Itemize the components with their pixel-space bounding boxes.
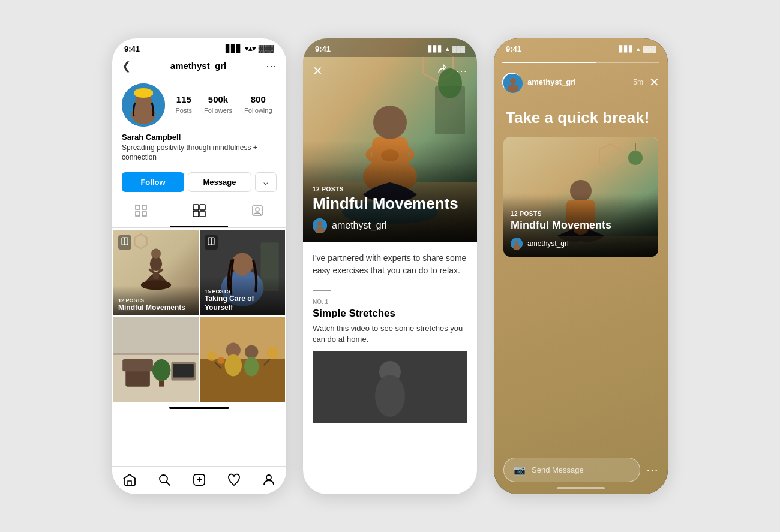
svg-rect-12 <box>200 211 205 217</box>
more-button-guide[interactable]: ⋯ <box>455 64 467 79</box>
status-icons-1: ▋▋▋ ▾▴▾ ▓▓▓ <box>226 44 274 53</box>
posts-label: Posts <box>175 107 192 114</box>
dropdown-button[interactable]: ⌵ <box>255 172 277 192</box>
action-row: Follow Message ⌵ <box>112 169 286 198</box>
story-username: amethyst_grl <box>527 77 627 86</box>
close-button-guide[interactable]: ✕ <box>313 64 323 79</box>
svg-point-36 <box>152 359 170 381</box>
story-avatar <box>502 73 521 92</box>
time-1: 9:41 <box>124 44 140 53</box>
tab-tagged[interactable] <box>228 198 286 227</box>
guide-author: amethyst_grl <box>313 218 467 233</box>
grid-item-1[interactable]: 12 POSTS Mindful Movements <box>113 230 199 315</box>
nav-heart[interactable] <box>227 473 241 491</box>
grid-item-2[interactable]: 15 POSTS Taking Care of Yourself <box>200 230 285 315</box>
guide-posts-count: 12 POSTS <box>313 186 467 193</box>
svg-rect-22 <box>125 238 128 245</box>
tab-grid[interactable] <box>112 198 170 227</box>
tab-guides[interactable] <box>170 198 229 227</box>
time-2: 9:41 <box>315 44 331 53</box>
posts-count: 115 <box>175 94 192 104</box>
guide-section-desc: Watch this video to see some stretches y… <box>303 323 477 345</box>
message-button[interactable]: Message <box>188 172 251 192</box>
guide-cover-overlay: 12 POSTS Mindful Movements amethyst_grl <box>303 162 477 242</box>
svg-rect-29 <box>211 238 214 245</box>
following-label: Following <box>244 107 272 114</box>
status-icons-2: ▋▋▋ ▴ ▓▓▓ <box>428 46 465 52</box>
home-indicator-1 <box>169 407 229 409</box>
grid-item-4[interactable] <box>200 317 285 402</box>
content-grid: 12 POSTS Mindful Movements <box>112 229 286 403</box>
avatar <box>122 83 165 127</box>
story-header: amethyst_grl 5m ✕ <box>494 68 668 97</box>
nav-profile[interactable] <box>262 473 276 491</box>
story-progress-area <box>494 57 668 63</box>
nav-search[interactable] <box>157 473 172 491</box>
story-card-author: amethyst_grl <box>527 239 569 248</box>
grid-item-3[interactable] <box>113 317 199 402</box>
guide-section-num: NO. 1 <box>303 299 477 305</box>
battery-icon-2: ▓▓▓ <box>452 46 465 52</box>
back-button[interactable]: ❮ <box>122 59 131 73</box>
posts-stat: 115 Posts <box>175 94 192 115</box>
svg-point-44 <box>244 357 259 376</box>
chevron-down-icon: ⌵ <box>263 178 268 187</box>
stats-row: 115 Posts 500k Followers 800 Following <box>171 94 277 115</box>
svg-rect-6 <box>142 205 146 209</box>
bottom-nav <box>112 466 286 494</box>
guides-icon <box>193 204 206 220</box>
svg-point-47 <box>217 357 224 364</box>
svg-rect-11 <box>193 211 199 217</box>
guide-description: I've partnered with experts to share som… <box>303 242 477 283</box>
guide-section-title: Simple Stretches <box>303 305 477 323</box>
share-button[interactable] <box>435 64 447 79</box>
guide-cover-image: ✕ ⋯ 12 POSTS Mindful Movements amethyst_… <box>303 38 477 242</box>
signal-icon-2: ▋▋▋ <box>428 46 443 52</box>
bio-text: Spreading positivity through mindfulness… <box>122 143 277 163</box>
signal-icon: ▋▋▋ <box>226 44 242 53</box>
story-card[interactable]: 12 POSTS Mindful Movements amethyst_grl <box>503 137 658 257</box>
story-send-more-button[interactable]: ⋯ <box>646 462 658 477</box>
svg-point-67 <box>317 221 322 226</box>
svg-rect-32 <box>113 353 199 355</box>
phone-profile: 9:41 ▋▋▋ ▾▴▾ ▓▓▓ ❮ amethyst_grl ⋯ <box>112 38 286 494</box>
grid-item-1-title: Mindful Movements <box>118 303 194 312</box>
grid-item-1-posts: 12 POSTS <box>118 297 194 303</box>
svg-point-54 <box>266 475 271 480</box>
svg-rect-28 <box>208 238 211 245</box>
guide-header: ✕ ⋯ <box>303 60 477 82</box>
svg-rect-40 <box>200 359 285 402</box>
followers-count: 500k <box>204 94 232 104</box>
story-close-button[interactable]: ✕ <box>649 75 659 89</box>
svg-point-18 <box>151 249 161 259</box>
grid-item-2-title: Taking Care of Yourself <box>205 294 280 312</box>
status-bar-3: 9:41 ▋▋▋ ▴ ▓▓▓ <box>494 38 668 57</box>
more-button[interactable]: ⋯ <box>266 59 277 73</box>
nav-home[interactable] <box>122 473 137 491</box>
wifi-icon: ▾▴▾ <box>245 44 256 53</box>
grid-item-1-label: 12 POSTS Mindful Movements <box>113 285 199 315</box>
story-send-input[interactable]: 📷 Send Message <box>503 458 640 482</box>
story-card-overlay: 12 POSTS Mindful Movements amethyst_grl <box>503 193 658 257</box>
svg-point-42 <box>225 354 242 377</box>
grid-item-2-posts: 15 POSTS <box>205 288 280 294</box>
svg-rect-48 <box>128 481 131 485</box>
battery-icon: ▓▓▓ <box>259 44 274 53</box>
svg-point-46 <box>267 347 279 359</box>
svg-point-74 <box>510 78 516 84</box>
profile-username: amethyst_grl <box>170 61 226 71</box>
svg-rect-4 <box>134 91 153 95</box>
svg-rect-38 <box>173 364 193 377</box>
guide-divider <box>313 290 331 291</box>
following-count: 800 <box>244 94 272 104</box>
svg-rect-7 <box>136 212 140 216</box>
svg-point-75 <box>508 84 518 92</box>
time-3: 9:41 <box>506 44 521 53</box>
story-time: 5m <box>633 78 643 86</box>
profile-bio: Sarah Campbell Spreading positivity thro… <box>112 131 286 169</box>
phone-guide: 9:41 ▋▋▋ ▴ ▓▓▓ <box>303 38 477 494</box>
follow-button[interactable]: Follow <box>122 172 184 192</box>
nav-create[interactable] <box>192 473 206 491</box>
svg-point-17 <box>150 257 162 271</box>
battery-icon-3: ▓▓▓ <box>643 46 656 52</box>
